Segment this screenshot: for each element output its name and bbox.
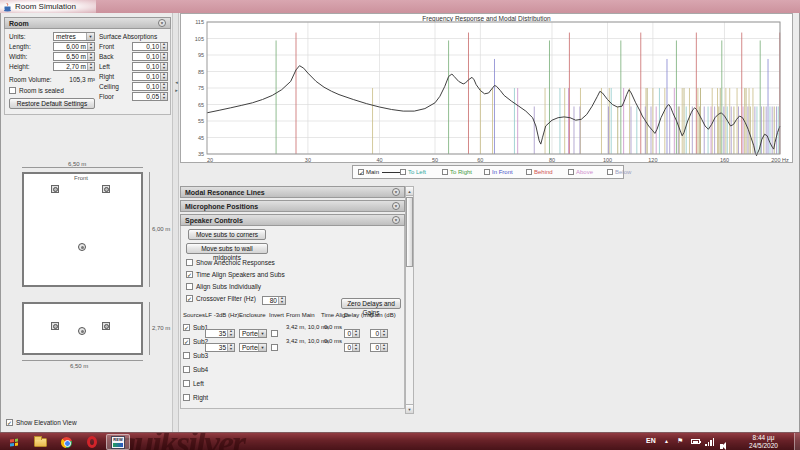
hidden-icons-button[interactable]: ▲	[664, 433, 669, 449]
left-enable-checkbox[interactable]	[183, 380, 190, 387]
collapse-icon[interactable]: ×	[392, 202, 400, 210]
scrollbar-thumb[interactable]	[406, 197, 413, 267]
svg-text:80: 80	[549, 157, 555, 162]
sub1-enable-checkbox[interactable]: ✓	[183, 324, 190, 331]
move-subs-corners-button[interactable]: Move subs to corners	[188, 229, 266, 240]
crossover-frequency-spinner[interactable]: 80▲▼	[262, 296, 286, 305]
absorption-label: Floor	[99, 93, 132, 100]
width-spinner[interactable]: 6,50 m▲▼	[53, 52, 95, 61]
left-absorption-spinner[interactable]: 0,10▲▼	[132, 62, 168, 71]
spinner-arrows-icon[interactable]: ▲▼	[380, 344, 387, 351]
legend-checkbox[interactable]	[400, 169, 406, 175]
spinner-arrows-icon[interactable]: ▲▼	[87, 43, 94, 50]
sub3-enable-checkbox[interactable]	[183, 352, 190, 359]
taskbar-explorer-button[interactable]	[28, 434, 52, 450]
scroll-down-icon[interactable]: ▼	[406, 404, 413, 413]
height-spinner[interactable]: 2,70 m▲▼	[53, 62, 95, 71]
zero-delays-gains-button[interactable]: Zero Delays and Gains	[341, 298, 401, 309]
elevation-listener-marker[interactable]	[78, 327, 86, 335]
collapse-icon[interactable]: ×	[392, 188, 400, 196]
start-button[interactable]	[2, 434, 26, 450]
action-center-flag-icon[interactable]: ⚑	[677, 433, 683, 449]
sub2-marker[interactable]	[102, 185, 110, 193]
scroll-up-icon[interactable]: ▲	[406, 187, 413, 196]
front-absorption-spinner[interactable]: 0,10▲▼	[132, 42, 168, 51]
align-subs-individually-checkbox[interactable]	[186, 283, 193, 290]
sub2-enable-checkbox[interactable]: ✓	[183, 338, 190, 345]
show-anechoic-responses-checkbox[interactable]	[186, 259, 193, 266]
spinner-arrows-icon[interactable]: ▲▼	[227, 344, 234, 351]
crossover-filter-hz--checkbox[interactable]: ✓	[186, 295, 193, 302]
battery-icon[interactable]	[691, 439, 700, 444]
splitter-collapse-right-icon[interactable]: ▸	[173, 88, 180, 93]
frequency-response-chart[interactable]: Frequency Response and Modal Distributio…	[180, 13, 793, 163]
volume-icon[interactable]	[720, 444, 723, 449]
room-sealed-row: Room is sealed	[9, 86, 95, 95]
legend-checkbox[interactable]	[442, 169, 448, 175]
spinner-arrows-icon[interactable]: ▲▼	[87, 63, 94, 70]
spinner-arrows-icon[interactable]: ▲▼	[352, 344, 359, 351]
taskbar-opera-button[interactable]	[80, 434, 104, 450]
panels-scrollbar[interactable]: ▲ ▼	[405, 186, 414, 414]
legend-checkbox[interactable]	[568, 169, 574, 175]
show-desktop-button[interactable]	[794, 433, 800, 450]
legend-checkbox[interactable]	[484, 169, 490, 175]
right-enable-checkbox[interactable]	[183, 394, 190, 401]
time-align-speakers-and-subs-checkbox[interactable]: ✓	[186, 271, 193, 278]
network-signal-icon[interactable]	[705, 438, 714, 446]
sub4-enable-checkbox[interactable]	[183, 366, 190, 373]
spinner-arrows-icon[interactable]: ▲▼	[160, 73, 167, 80]
move-subs-midpoints-button[interactable]: Move subs to wall midpoints	[186, 243, 268, 254]
legend-checkbox[interactable]	[526, 169, 532, 175]
legend-checkbox[interactable]: ✓	[358, 169, 364, 175]
floor-absorption-spinner[interactable]: 0,05▲▼	[132, 92, 168, 101]
collapse-icon[interactable]: ×	[392, 216, 400, 224]
elevation-sub2-marker[interactable]	[102, 322, 110, 330]
room-panel-header[interactable]: Room ×	[4, 17, 171, 29]
spinner-arrows-icon[interactable]: ▲▼	[160, 53, 167, 60]
taskbar-rew-button[interactable]: REW	[106, 434, 130, 450]
spinner-arrows-icon[interactable]: ▲▼	[160, 43, 167, 50]
legend-checkbox[interactable]	[607, 169, 613, 175]
floorplan-view[interactable]	[22, 172, 143, 287]
chevron-down-icon[interactable]: ▼	[86, 33, 94, 40]
sub2-delay-spinner[interactable]: 0▲▼	[344, 343, 360, 352]
splitter-collapse-left-icon[interactable]: ◂	[173, 80, 180, 85]
option-label: Align Subs Individually	[196, 283, 261, 290]
microphone-positions-header[interactable]: Microphone Positions ×	[180, 200, 405, 212]
ceiling-absorption-spinner[interactable]: 0,10▲▼	[132, 82, 168, 91]
panel-splitter[interactable]: ◂ ▸	[172, 13, 179, 432]
window-title: Room Simulation	[15, 2, 76, 11]
sub2-gain-spinner[interactable]: 0▲▼	[370, 343, 388, 352]
spinner-arrows-icon[interactable]: ▲▼	[87, 53, 94, 60]
chart-plot-area[interactable]: 1151059585756555453520304050608010012016…	[181, 14, 792, 162]
listener-marker[interactable]	[78, 243, 86, 251]
spinner-arrows-icon[interactable]: ▲▼	[160, 83, 167, 90]
sub1-marker[interactable]	[51, 185, 59, 193]
language-indicator[interactable]: EN	[646, 437, 656, 444]
show-elevation-checkbox[interactable]: ✓	[6, 419, 13, 426]
elevation-sub1-marker[interactable]	[51, 322, 59, 330]
spinner-arrows-icon[interactable]: ▲▼	[278, 297, 285, 304]
taskbar-chrome-button[interactable]	[54, 434, 78, 450]
window-titlebar[interactable]: Room Simulation	[0, 0, 800, 13]
source-name: Right	[193, 394, 208, 401]
units-select[interactable]: metres▼	[53, 32, 95, 41]
modal-resonance-lines-header[interactable]: Modal Resonance Lines ×	[180, 186, 405, 198]
taskbar-clock[interactable]: 8:44 μμ 24/5/2020	[736, 434, 791, 450]
sub2-enclosure-select[interactable]: Ported▼	[239, 343, 267, 352]
field-label: Width:	[9, 53, 53, 60]
right-absorption-spinner[interactable]: 0,10▲▼	[132, 72, 168, 81]
restore-defaults-button[interactable]: Restore Default Settings	[9, 98, 95, 109]
room-sealed-checkbox[interactable]	[9, 87, 16, 94]
sub2-lf-spinner[interactable]: 35▲▼	[205, 343, 235, 352]
back-absorption-spinner[interactable]: 0,10▲▼	[132, 52, 168, 61]
speaker-controls-header[interactable]: Speaker Controls ×	[180, 214, 405, 226]
chevron-down-icon[interactable]: ▼	[258, 344, 266, 351]
spinner-arrows-icon[interactable]: ▲▼	[160, 93, 167, 100]
collapse-icon[interactable]: ×	[158, 19, 166, 27]
spinner-arrows-icon[interactable]: ▲▼	[160, 63, 167, 70]
sub2-invert-checkbox[interactable]	[271, 344, 278, 351]
sub1-invert-checkbox[interactable]	[271, 330, 278, 337]
length-spinner[interactable]: 6,00 m▲▼	[53, 42, 95, 51]
